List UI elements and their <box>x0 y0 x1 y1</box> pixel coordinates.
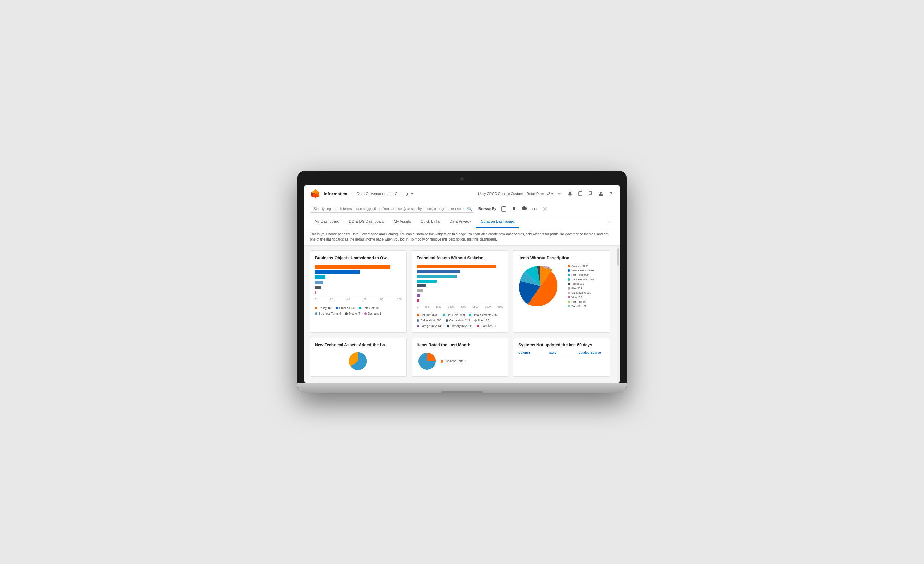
svg-point-13 <box>513 210 514 212</box>
svg-point-10 <box>600 192 602 194</box>
new-tech-pie-partial <box>345 351 372 371</box>
widget-business-objects-title: Business Objects Unassigned to Ow... <box>315 256 402 260</box>
logo-area: i Informatica | Data Governance and Cata… <box>310 188 413 199</box>
pie-legend-flatfield: Flat Field: 909 <box>567 273 594 276</box>
tab-curation-dashboard[interactable]: Curation Dashboard <box>476 216 519 228</box>
svg-point-15 <box>532 208 533 209</box>
bar-axis-technical: 0500100015002000250030003500 <box>417 304 504 310</box>
header: i Informatica | Data Governance and Cata… <box>304 185 620 202</box>
browse-clipboard-icon[interactable] <box>500 206 507 213</box>
ta-legend-calculation: Calculation: 241 <box>446 319 470 322</box>
legend-policy: Policy: 87 <box>315 306 332 310</box>
svg-text:i: i <box>313 192 314 196</box>
svg-point-7 <box>570 195 571 196</box>
svg-rect-11 <box>502 207 506 212</box>
legend-dataset: Data Set: 12 <box>359 306 379 310</box>
widget-items-description: Items Without Description <box>513 250 610 333</box>
legend-businessterm: Business Term: 9 <box>315 312 341 315</box>
bar-fill-metric <box>315 286 321 289</box>
widget-new-technical-assets: New Technical Assets Added the La... <box>310 338 407 376</box>
technical-assets-legend: Column: 3238 Flat Field: 909 Data elemen… <box>417 313 504 328</box>
systems-col-catalog: Catalog Source <box>578 351 605 354</box>
tab-my-assets[interactable]: My Assets <box>389 216 416 228</box>
svg-point-14 <box>534 208 536 210</box>
legend-process: Process: 52 <box>336 306 355 310</box>
ta-bar-calculation <box>417 284 504 288</box>
pie-chart-svg <box>518 264 563 308</box>
bar-row-process <box>315 270 402 274</box>
widget-grid-bottom: New Technical Assets Added the La... <box>310 338 610 376</box>
description-text: This is your home page for Data Governan… <box>310 232 608 241</box>
bar-fill-businessterm <box>315 280 323 284</box>
workspace-dropdown-icon: ▾ <box>552 192 553 196</box>
notification-icon[interactable] <box>567 190 573 196</box>
laptop-shell: i Informatica | Data Governance and Cata… <box>297 171 627 393</box>
ta-bar-viewcol <box>417 270 504 273</box>
items-rated-content: Business Term: 1 <box>417 351 504 371</box>
pie-legend-calculation: Calculation: 113 <box>567 291 594 294</box>
ta-bar-flatfield <box>417 275 504 278</box>
ta-bar-file <box>417 289 504 292</box>
bar-fill-domain <box>315 291 316 294</box>
ta-legend-foreignkey: Foreign Key: 146 <box>417 324 443 328</box>
widget-items-rated-title: Items Rated the Last Month <box>417 343 504 348</box>
ta-bar-foreignkey <box>417 294 504 297</box>
tab-quick-links[interactable]: Quick Links <box>416 216 445 228</box>
new-tech-chart-partial <box>315 351 402 371</box>
browse-bell-icon[interactable] <box>511 206 518 213</box>
svg-point-19 <box>544 208 546 210</box>
bar-fill-policy <box>315 265 390 268</box>
browse-network-icon[interactable] <box>531 206 538 213</box>
bar-row-policy <box>315 265 402 268</box>
items-rated-legend-bt: Business Term: 1 <box>441 360 467 363</box>
search-input[interactable] <box>310 205 474 213</box>
clipboard-icon[interactable] <box>577 190 584 196</box>
systems-col-column: Column <box>518 351 545 354</box>
search-submit-icon[interactable]: 🔍 <box>467 207 472 212</box>
pie-legend-column: Column: 3238 <box>567 264 594 268</box>
ta-legend-primarykey: Primary Key: 141 <box>447 324 472 328</box>
description-banner: This is your home page for Data Governan… <box>304 228 620 246</box>
help-icon[interactable]: ? <box>608 190 614 196</box>
ta-legend-file: File: 173 <box>474 319 489 322</box>
app-subtitle: Data Governance and Catalog <box>357 192 408 196</box>
main-content: Business Objects Unassigned to Ow... <box>304 246 620 383</box>
edit-icon[interactable]: ✏ <box>556 190 563 196</box>
ta-legend-dataelement: Data element: 796 <box>469 313 496 316</box>
ta-legend-flatfield: Flat Field: 909 <box>443 313 465 316</box>
tab-dq-dg-dashboard[interactable]: DQ & DG Dashboard <box>344 216 389 228</box>
technical-assets-chart: 0500100015002000250030003500 <box>417 264 504 311</box>
search-bar-row: 🔍 Browse By <box>304 202 620 216</box>
flag-icon[interactable] <box>588 190 594 196</box>
widget-business-objects: Business Objects Unassigned to Ow... <box>310 250 407 333</box>
laptop-base <box>297 383 627 393</box>
pie-legend: Column: 3238 View Column: 816 <box>567 264 594 308</box>
business-objects-legend: Policy: 87 Process: 52 Data Set: 12 <box>315 306 402 315</box>
workspace-selector[interactable]: Unity CDGC Generic Customer Retail Demo … <box>478 192 553 196</box>
pie-legend-table: Table: 239 <box>567 282 594 285</box>
browse-scan-icon[interactable] <box>542 206 548 213</box>
widget-systems-title: Systems Not updated the last 60 days <box>518 343 605 348</box>
browse-cloud-icon[interactable] <box>521 206 528 213</box>
screen: i Informatica | Data Governance and Cata… <box>304 185 620 383</box>
search-input-wrapper: 🔍 <box>310 205 474 213</box>
title-dropdown-icon[interactable]: ▾ <box>411 192 413 196</box>
items-description-chart: Column: 3238 View Column: 816 <box>518 264 605 308</box>
svg-point-20 <box>543 207 547 211</box>
ta-legend-flatfile: Flat File: 56 <box>477 324 496 328</box>
user-icon[interactable] <box>598 190 604 196</box>
ta-bar-column <box>417 265 504 268</box>
tab-data-privacy[interactable]: Data Privacy <box>445 216 476 228</box>
tab-my-dashboard[interactable]: My Dashboard <box>310 216 344 228</box>
ta-legend-column: Column: 3238 <box>417 313 439 316</box>
widget-items-description-title: Items Without Description <box>518 256 605 260</box>
bar-row-dataset <box>315 276 402 279</box>
bar-row-metric <box>315 286 402 289</box>
informatica-logo: i <box>310 188 321 199</box>
legend-metric: Metric: 7 <box>345 312 360 315</box>
svg-point-16 <box>536 208 537 209</box>
svg-rect-9 <box>579 191 581 192</box>
tabs-more-button[interactable]: ⋯ <box>603 216 614 228</box>
app-name: Informatica <box>324 191 348 196</box>
browse-by-label: Browse By <box>478 207 496 211</box>
